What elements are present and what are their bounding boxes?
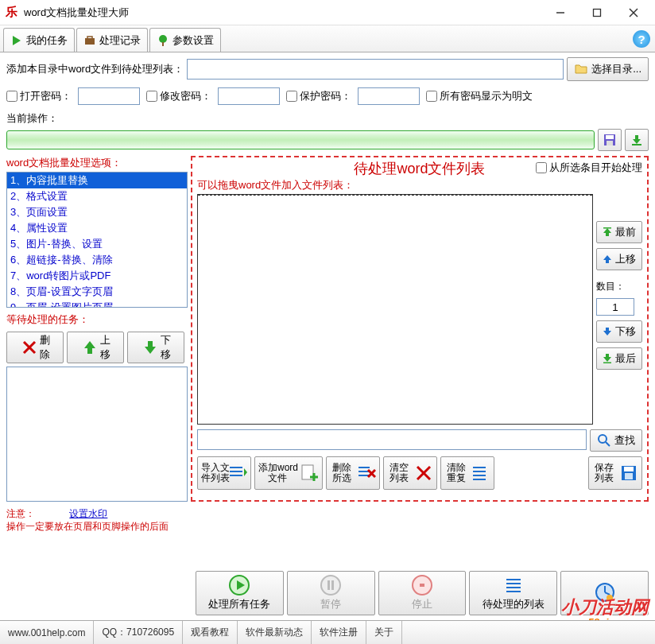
svg-marker-18 xyxy=(603,228,611,236)
protect-pw-input[interactable] xyxy=(358,87,420,105)
add-dir-input[interactable] xyxy=(187,59,564,80)
svg-marker-17 xyxy=(145,341,156,354)
file-buttons: 导入文 件列表 添加word 文件 删除 所选 清空 列表 清除 重复 保存 列… xyxy=(197,456,642,490)
status-tutorial[interactable]: 观看教程 xyxy=(183,621,238,644)
add-file-icon xyxy=(300,464,319,483)
pause-button[interactable]: 暂停 xyxy=(287,571,375,615)
svg-rect-46 xyxy=(624,467,634,471)
status-site[interactable]: www.001help.com xyxy=(0,621,94,644)
options-title: word文档批量处理选项： xyxy=(6,156,188,170)
timer-button[interactable] xyxy=(560,571,649,615)
add-file-button[interactable]: 添加word 文件 xyxy=(254,456,323,490)
search-icon xyxy=(597,433,611,448)
tab-history[interactable]: 处理记录 xyxy=(76,28,148,52)
status-bar: www.001help.com QQ：710726095 观看教程 软件最新动态… xyxy=(0,620,655,644)
open-pw-check[interactable]: 打开密码： xyxy=(6,89,72,103)
svg-marker-22 xyxy=(603,354,611,362)
plain-pw-check[interactable]: 所有密码显示为明文 xyxy=(426,89,533,103)
count-input[interactable] xyxy=(596,298,634,316)
svg-rect-52 xyxy=(331,580,334,590)
window-title: word文档批量处理大师 xyxy=(24,6,542,20)
tree-icon xyxy=(157,34,169,47)
app-icon: 乐 xyxy=(3,5,19,21)
search-button[interactable]: 查找 xyxy=(590,429,642,452)
status-news[interactable]: 软件最新动态 xyxy=(238,621,312,644)
svg-rect-54 xyxy=(420,584,424,587)
maximize-button[interactable] xyxy=(579,1,615,25)
waiting-title: 等待处理的任务： xyxy=(6,312,188,327)
move-down-task-button[interactable]: 下 移 xyxy=(127,332,184,363)
close-button[interactable] xyxy=(615,1,652,25)
import-list-button[interactable]: 导入文 件列表 xyxy=(197,456,251,490)
file-list-box[interactable] xyxy=(197,194,593,425)
save-list-button[interactable]: 保存 列表 xyxy=(588,456,642,490)
option-item[interactable]: 4、属性设置 xyxy=(7,220,187,236)
delete-task-button[interactable]: 删 除 xyxy=(6,332,64,363)
svg-rect-11 xyxy=(607,141,613,145)
current-op-label: 当前操作： xyxy=(6,111,58,126)
minimize-button[interactable] xyxy=(542,1,579,25)
from-selection-check[interactable]: 从所选条目开始处理 xyxy=(536,161,642,175)
options-list[interactable]: 1、内容批里替换2、格式设置3、页面设置4、属性设置5、图片-替换、设置6、超链… xyxy=(6,172,188,308)
option-item[interactable]: 1、内容批里替换 xyxy=(7,173,187,188)
move-down-button[interactable]: 下移 xyxy=(596,320,642,343)
protect-pw-check[interactable]: 保护密码： xyxy=(286,89,351,103)
save-progress-button[interactable] xyxy=(598,129,622,151)
move-up-button[interactable]: 上移 xyxy=(596,248,642,270)
delete-icon xyxy=(357,464,376,483)
status-about[interactable]: 关于 xyxy=(366,621,402,644)
tab-settings[interactable]: 参数设置 xyxy=(149,28,221,52)
modify-pw-check[interactable]: 修改密码： xyxy=(146,89,211,103)
option-item[interactable]: 7、word转图片或PDF xyxy=(7,268,187,284)
move-first-button[interactable]: 最前 xyxy=(596,221,642,243)
main-panel: 添加本目录中word文件到待处理列表： 选择目录... 打开密码： 修改密码： … xyxy=(0,52,655,620)
count-label: 数目： xyxy=(596,280,642,293)
help-button[interactable]: ? xyxy=(633,30,650,48)
export-button[interactable] xyxy=(625,129,649,151)
svg-rect-27 xyxy=(230,471,242,472)
svg-point-7 xyxy=(159,35,167,43)
folder-icon xyxy=(574,62,588,76)
waiting-task-list[interactable] xyxy=(6,367,188,502)
svg-point-62 xyxy=(607,595,613,601)
option-item[interactable]: 8、页眉-设置文字页眉 xyxy=(7,284,187,300)
status-register[interactable]: 软件注册 xyxy=(312,621,366,644)
titlebar: 乐 word文档批量处理大师 xyxy=(0,0,655,25)
move-last-button[interactable]: 最后 xyxy=(596,347,642,370)
svg-marker-4 xyxy=(13,36,21,45)
svg-rect-10 xyxy=(606,135,614,139)
tab-label: 参数设置 xyxy=(172,33,214,48)
search-input[interactable] xyxy=(197,429,587,450)
svg-marker-16 xyxy=(84,341,95,354)
progress-row xyxy=(6,129,649,151)
drag-hint: 可以拖曳word文件加入文件列表： xyxy=(197,178,642,192)
stop-button[interactable]: 停止 xyxy=(378,571,467,615)
choose-dir-button[interactable]: 选择目录... xyxy=(567,57,649,81)
pending-list-button[interactable]: 待处理的列表 xyxy=(469,571,557,615)
move-up-task-button[interactable]: 上 移 xyxy=(67,332,124,363)
tab-label: 处理记录 xyxy=(99,33,141,48)
svg-rect-56 xyxy=(506,583,521,584)
run-all-button[interactable]: 处理所有任务 xyxy=(196,571,284,615)
right-column: 待处理word文件列表 从所选条目开始处理 可以拖曳word文件加入文件列表： … xyxy=(191,156,649,502)
password-row: 打开密码： 修改密码： 保护密码： 所有密码显示为明文 xyxy=(6,87,649,105)
briefcase-icon xyxy=(83,34,96,47)
modify-pw-input[interactable] xyxy=(218,87,280,105)
delete-selected-button[interactable]: 删除 所选 xyxy=(326,456,380,490)
option-item[interactable]: 3、页面设置 xyxy=(7,204,187,220)
option-item[interactable]: 5、图片-替换、设置 xyxy=(7,236,187,252)
watermark-link[interactable]: 设置水印 xyxy=(69,508,107,519)
open-pw-input[interactable] xyxy=(78,87,140,105)
option-item[interactable]: 2、格式设置 xyxy=(7,188,187,204)
svg-rect-43 xyxy=(473,475,486,476)
option-item[interactable]: 9、页眉-设置图片页眉 xyxy=(7,300,187,308)
bottom-buttons: 处理所有任务 暂停 停止 待处理的列表 xyxy=(196,571,649,615)
dedupe-button[interactable]: 清除 重复 xyxy=(440,456,494,490)
clear-list-button[interactable]: 清空 列表 xyxy=(383,456,437,490)
option-item[interactable]: 6、超链接-替换、清除 xyxy=(7,252,187,268)
tab-my-tasks[interactable]: 我的任务 xyxy=(3,28,75,52)
svg-rect-41 xyxy=(473,467,486,468)
svg-rect-55 xyxy=(506,579,521,580)
svg-rect-57 xyxy=(506,587,521,588)
play-icon xyxy=(10,34,23,47)
